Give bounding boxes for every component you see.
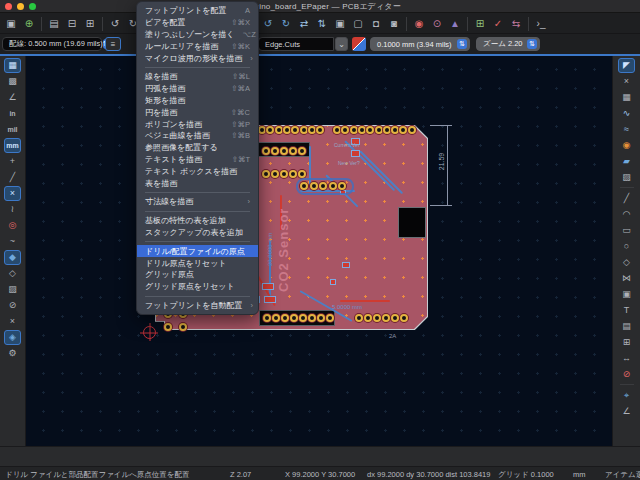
through-hole-pad	[298, 147, 306, 155]
footprint-editor-icon[interactable]: ⊞	[472, 16, 488, 32]
layer-select[interactable]: Edge.Cuts	[258, 37, 334, 51]
track-width-select[interactable]: 配線: 0.500 mm (19.69 mils) ⇅	[2, 37, 102, 51]
menu-item[interactable]: グリッド原点	[137, 269, 258, 281]
menu-shortcut: ⇧⌘X	[223, 18, 250, 27]
menu-item[interactable]: テキスト ボックスを描画	[137, 165, 258, 177]
ungroup-icon[interactable]: ▢	[350, 16, 366, 32]
drc-check-icon[interactable]: ✓	[490, 16, 506, 32]
place-via-tool-icon[interactable]: ◉	[618, 138, 635, 153]
rotate-ccw-icon[interactable]: ↺	[260, 16, 276, 32]
track-presets-button[interactable]: ≡	[105, 37, 121, 51]
group-icon[interactable]: ▣	[332, 16, 348, 32]
grid-overrides-icon[interactable]: ▩	[4, 74, 21, 89]
menu-item[interactable]: 円を描画⇧⌘C	[137, 106, 258, 118]
menu-item[interactable]: 基板の特性の表を追加	[137, 215, 258, 227]
menu-shortcut: ⇧⌘A	[223, 84, 250, 93]
undo-icon[interactable]: ↺	[107, 16, 123, 32]
draw-dimension-tool-icon[interactable]: ↔	[618, 351, 635, 366]
update-footprints-icon[interactable]: ⇆	[508, 16, 524, 32]
grid-select[interactable]: 0.1000 mm (3.94 mils) ⇅	[370, 37, 470, 51]
show-pads-icon[interactable]: ◉	[411, 16, 427, 32]
menu-item[interactable]: ベジェ曲線を描画⇧⌘B	[137, 130, 258, 142]
polar-coordinates-icon[interactable]: ∠	[4, 90, 21, 105]
draw-zone-tool-icon[interactable]: ▰	[618, 154, 635, 169]
highlight-net-tool-icon[interactable]: ×	[618, 74, 635, 89]
show-3d-icon[interactable]: ▲	[447, 16, 463, 32]
route-diff-pair-tool-icon[interactable]: ≈	[618, 122, 635, 137]
plot-icon[interactable]: ⊞	[82, 16, 98, 32]
select-tool-icon[interactable]: ◤	[618, 58, 635, 73]
menu-item[interactable]: ルールエリアを描画⇧⌘K	[137, 40, 258, 52]
draw-rectangle-tool-icon[interactable]: ▭	[618, 223, 635, 238]
menu-item[interactable]: マイクロ波用の形状を描画›	[137, 52, 258, 64]
properties-panel-icon[interactable]: ⚙	[4, 346, 21, 361]
menu-item[interactable]: 参照画像を配置する	[137, 142, 258, 154]
pcb-canvas[interactable]: CO2 Sensor Current Ver New Ver? 21.59 5.…	[26, 54, 612, 446]
zone-hide-mode-icon[interactable]: ⊘	[4, 298, 21, 313]
menu-item[interactable]: ドリル原点をリセット	[137, 257, 258, 269]
zoom-select[interactable]: ズーム 2.20 ⇅	[476, 37, 540, 51]
menu-item[interactable]: ポリゴンを描画⇧⌘P	[137, 118, 258, 130]
crosshair-cursor-icon[interactable]: +	[4, 154, 21, 169]
menu-item[interactable]: スタックアップの表を追加	[137, 227, 258, 239]
draw-arc-tool-icon[interactable]: ◠	[618, 207, 635, 222]
measure-tool-icon[interactable]: ∠	[618, 404, 635, 419]
menu-item[interactable]: 円弧を描画⇧⌘A	[137, 83, 258, 95]
menu-item[interactable]: 線を描画⇧⌘L	[137, 71, 258, 83]
ratsnest-curved-icon[interactable]: ≀	[4, 202, 21, 217]
toolbar-separator	[102, 17, 103, 31]
print-icon[interactable]: ⊟	[64, 16, 80, 32]
menu-item[interactable]: ドリル/配置ファイルの原点	[137, 245, 258, 257]
menu-item[interactable]: フットプリントを自動配置›	[137, 300, 258, 312]
menu-item[interactable]: グリッド原点をリセット	[137, 281, 258, 293]
menu-item[interactable]: ビアを配置⇧⌘X	[137, 17, 258, 29]
interactive-delete-tool-icon[interactable]: ⊘	[618, 367, 635, 382]
inspect-icon[interactable]: ⊙	[429, 16, 445, 32]
units-inches-icon[interactable]: in	[4, 106, 21, 121]
layer-pair-icon[interactable]	[352, 37, 366, 51]
zone-fill-mode-icon[interactable]: ◆	[4, 250, 21, 265]
menu-item-label: グリッド原点	[145, 269, 194, 280]
zone-diagonal-mode-icon[interactable]: ▨	[4, 282, 21, 297]
tracks-outline-mode-icon[interactable]: ×	[4, 314, 21, 329]
net-tie-tool-icon[interactable]: ⋈	[618, 271, 635, 286]
menu-item[interactable]: 表を描画	[137, 177, 258, 189]
grid-visibility-icon[interactable]: ▦	[4, 58, 21, 73]
draw-text-tool-icon[interactable]: T	[618, 303, 635, 318]
save-icon[interactable]: ▣	[3, 16, 19, 32]
menu-item-label: テキストを描画	[145, 154, 202, 165]
net-highlight-icon[interactable]: ◎	[4, 218, 21, 233]
dimension-line	[447, 125, 448, 205]
draw-circle-tool-icon[interactable]: ○	[618, 239, 635, 254]
menu-item[interactable]: 矩形を描画	[137, 95, 258, 107]
zone-outline-mode-icon[interactable]: ◇	[4, 266, 21, 281]
place-footprint-tool-icon[interactable]: ▦	[618, 90, 635, 105]
local-ratsnest-icon[interactable]: ~	[4, 234, 21, 249]
units-mils-icon[interactable]: mil	[4, 122, 21, 137]
flip-vertical-icon[interactable]: ⇅	[314, 16, 330, 32]
route-tracks-tool-icon[interactable]: ∿	[618, 106, 635, 121]
place-image-tool-icon[interactable]: ▣	[618, 287, 635, 302]
units-mm-icon[interactable]: mm	[4, 138, 21, 153]
scripting-console-icon[interactable]: ›_	[533, 16, 549, 32]
flip-horizontal-icon[interactable]: ⇄	[296, 16, 312, 32]
grid-origin-tool-icon[interactable]: ⌖	[618, 388, 635, 403]
lock-icon[interactable]: ◘	[368, 16, 384, 32]
draw-textbox-tool-icon[interactable]: ▤	[618, 319, 635, 334]
page-settings-icon[interactable]: ▤	[46, 16, 62, 32]
appearance-manager-icon[interactable]: ◈	[4, 330, 21, 345]
rotate-cw-icon[interactable]: ↻	[278, 16, 294, 32]
layer-dropdown-button[interactable]: ⌄	[335, 37, 348, 51]
unlock-icon[interactable]: ◙	[386, 16, 402, 32]
board-setup-icon[interactable]: ⊕	[21, 16, 37, 32]
menu-item[interactable]: 塗りつぶしゾーンを描く⌥Z	[137, 29, 258, 41]
ratsnest-visibility-icon[interactable]: ×	[4, 186, 21, 201]
draw-rule-area-tool-icon[interactable]: ▨	[618, 170, 635, 185]
draw-table-tool-icon[interactable]: ⊞	[618, 335, 635, 350]
menu-item[interactable]: 寸法線を描画›	[137, 196, 258, 208]
menu-item[interactable]: フットプリントを配置A	[137, 5, 258, 17]
menu-item[interactable]: テキストを描画⇧⌘T	[137, 154, 258, 166]
free-angle-mode-icon[interactable]: ╱	[4, 170, 21, 185]
draw-line-tool-icon[interactable]: ╱	[618, 191, 635, 206]
draw-polygon-tool-icon[interactable]: ◇	[618, 255, 635, 270]
